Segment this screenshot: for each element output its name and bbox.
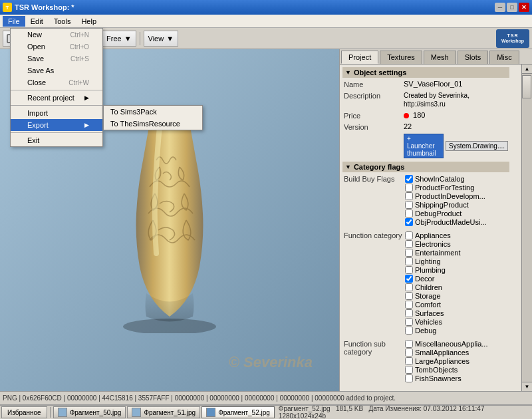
- cb-fish-snawners-label: FishSnawners: [415, 374, 462, 382]
- menu-item-saveas[interactable]: Save As: [11, 65, 102, 76]
- frag50-label: Фрагмент_50.jpg: [70, 409, 122, 416]
- cb-small-appliances: SmallAppliances: [404, 349, 508, 356]
- toolbar-view-dropdown[interactable]: View ▼: [144, 31, 179, 47]
- scroll-down-arrow[interactable]: ▼: [522, 382, 532, 391]
- export-thesimsresource[interactable]: To TheSimsResource: [104, 118, 202, 130]
- menu-edit[interactable]: Edit: [25, 16, 49, 27]
- desc-label: Description: [344, 91, 404, 100]
- free-arrow: ▼: [124, 35, 132, 43]
- menu-item-import[interactable]: Import: [11, 107, 102, 119]
- toolbar-sep-2: [140, 32, 140, 45]
- menu-item-new[interactable]: New Ctrl+N: [11, 29, 102, 41]
- frag51-label: Фрагмент_51.jpg: [144, 409, 196, 416]
- cb-productfortesting: ProductForTesting: [404, 184, 508, 192]
- menu-item-close[interactable]: Close Ctrl+W: [11, 76, 102, 88]
- cb-entertainment-input[interactable]: [405, 249, 413, 257]
- tab-slots[interactable]: Slots: [458, 51, 488, 64]
- object-settings-header[interactable]: ▼ Object settings: [342, 67, 509, 78]
- export-sims3pack[interactable]: To Sims3Pack: [104, 106, 202, 118]
- tab-misc[interactable]: Misc: [489, 51, 519, 64]
- cb-storage-input[interactable]: [405, 292, 413, 300]
- name-value: SV_VaseFloor_01: [404, 80, 508, 88]
- cb-small-appliances-label: SmallAppliances: [415, 349, 469, 356]
- cb-lighting-label: Lighting: [415, 257, 441, 265]
- build-buy-row: Build Buy Flags ShowInCatalog ProductFor…: [342, 174, 509, 227]
- cb-tomb-objects-input[interactable]: [405, 366, 413, 374]
- menu-help[interactable]: Help: [76, 16, 102, 27]
- menu-item-export[interactable]: Export ▶: [11, 119, 102, 131]
- window-title: TSR Workshop: *: [15, 3, 495, 11]
- cb-decor-input[interactable]: [405, 275, 413, 283]
- cb-productindevelop-input[interactable]: [405, 192, 413, 200]
- cb-appliances-input[interactable]: [405, 231, 413, 239]
- cb-large-appliances-input[interactable]: [405, 357, 413, 365]
- watermark: © Severinka: [229, 354, 313, 371]
- build-buy-checkboxes: ShowInCatalog ProductForTesting ProductI…: [404, 174, 508, 227]
- item-size: 181,5 KB: [336, 405, 363, 412]
- status-text: PNG | 0x626F60CD | 00000000 | 44C15816 |…: [3, 394, 396, 402]
- cb-plumbing-input[interactable]: [405, 266, 413, 274]
- cb-fish-snawners: FishSnawners: [404, 374, 508, 382]
- taskbar-item-frag52[interactable]: Фрагмент_52.jpg: [201, 406, 275, 418]
- menu-tools[interactable]: Tools: [49, 16, 76, 27]
- cb-shippingproduct: ShippingProduct: [404, 201, 508, 209]
- menu-item-recent[interactable]: Recent project ▶: [11, 92, 102, 104]
- close-button[interactable]: ✕: [519, 3, 529, 12]
- cb-large-appliances: LargeAppliances: [404, 357, 508, 365]
- scroll-up-arrow[interactable]: ▲: [522, 65, 532, 74]
- cb-debug-input[interactable]: [405, 327, 413, 335]
- cb-surfaces-input[interactable]: [405, 309, 413, 317]
- cb-fish-snawners-input[interactable]: [405, 374, 413, 382]
- cb-objproductmade-input[interactable]: [405, 218, 413, 226]
- item-dimensions: 1280x1024x24b: [279, 412, 326, 419]
- cb-objproductmade-label: ObjProductMadeUsi...: [415, 218, 487, 226]
- cb-debugproduct-input[interactable]: [405, 210, 413, 217]
- cb-tomb-objects-label: TombObjects: [415, 366, 458, 374]
- file-dropdown: New Ctrl+N Open Ctrl+O Save Ctrl+S Save …: [10, 28, 103, 147]
- tab-mesh[interactable]: Mesh: [424, 51, 456, 64]
- separator-2: [11, 105, 102, 106]
- cb-tomb-objects: TombObjects: [404, 366, 508, 374]
- minimize-button[interactable]: ─: [495, 3, 505, 12]
- system-drawing-btn[interactable]: System.Drawing....: [446, 141, 508, 151]
- cb-lighting-input[interactable]: [405, 257, 413, 265]
- cb-showincatalog-input[interactable]: [405, 175, 413, 183]
- right-panel-scrollbar[interactable]: ▲ ▼: [521, 65, 532, 391]
- menu-item-exit[interactable]: Exit: [11, 134, 102, 146]
- cb-lighting: Lighting: [404, 257, 508, 265]
- cb-productindevelop: ProductInDevelopm...: [404, 192, 508, 200]
- menu-file[interactable]: File: [3, 16, 25, 27]
- launcher-thumbnail-btn[interactable]: + Launcher thumbnail: [404, 134, 444, 158]
- cb-electronics-input[interactable]: [405, 240, 413, 248]
- price-number: 180: [413, 111, 425, 119]
- cb-small-appliances-input[interactable]: [405, 349, 413, 356]
- cb-productfortesting-input[interactable]: [405, 184, 413, 192]
- tab-project[interactable]: Project: [341, 51, 378, 64]
- cb-comfort-input[interactable]: [405, 301, 413, 309]
- frag52-label: Фрагмент_52.jpg: [218, 409, 270, 416]
- cb-shippingproduct-label: ShippingProduct: [415, 201, 469, 209]
- cb-children: Children: [404, 283, 508, 291]
- taskbar-item-frag50[interactable]: Фрагмент_50.jpg: [53, 406, 126, 418]
- cb-productindevelop-label: ProductInDevelopm...: [415, 192, 485, 200]
- cb-children-input[interactable]: [405, 283, 413, 291]
- maximize-button[interactable]: □: [507, 3, 517, 12]
- menu-item-open[interactable]: Open Ctrl+O: [11, 41, 102, 53]
- cb-vehicles-input[interactable]: [405, 318, 413, 326]
- scroll-thumb[interactable]: [522, 75, 531, 98]
- cb-showincatalog: ShowInCatalog: [404, 175, 508, 183]
- cb-shippingproduct-input[interactable]: [405, 201, 413, 209]
- cb-misc-applia-input[interactable]: [405, 340, 413, 348]
- name-label: Name: [344, 80, 404, 88]
- section-object-settings: ▼ Object settings Name SV_VaseFloor_01 D…: [342, 67, 509, 159]
- taskbar-item-frag51[interactable]: Фрагмент_51.jpg: [127, 406, 200, 418]
- tab-textures[interactable]: Textures: [380, 51, 422, 64]
- favorites-btn[interactable]: Избранное: [1, 406, 47, 418]
- cb-plumbing-label: Plumbing: [415, 266, 446, 274]
- tab-content-project: ▼ Object settings Name SV_VaseFloor_01 D…: [340, 65, 521, 391]
- toolbar-free-dropdown[interactable]: Free ▼: [102, 31, 136, 47]
- menu-item-save[interactable]: Save Ctrl+S: [11, 53, 102, 65]
- category-flags-header[interactable]: ▼ Category flags: [342, 162, 509, 172]
- cb-comfort: Comfort: [404, 301, 508, 309]
- export-submenu: To Sims3Pack To TheSimsResource: [103, 105, 203, 130]
